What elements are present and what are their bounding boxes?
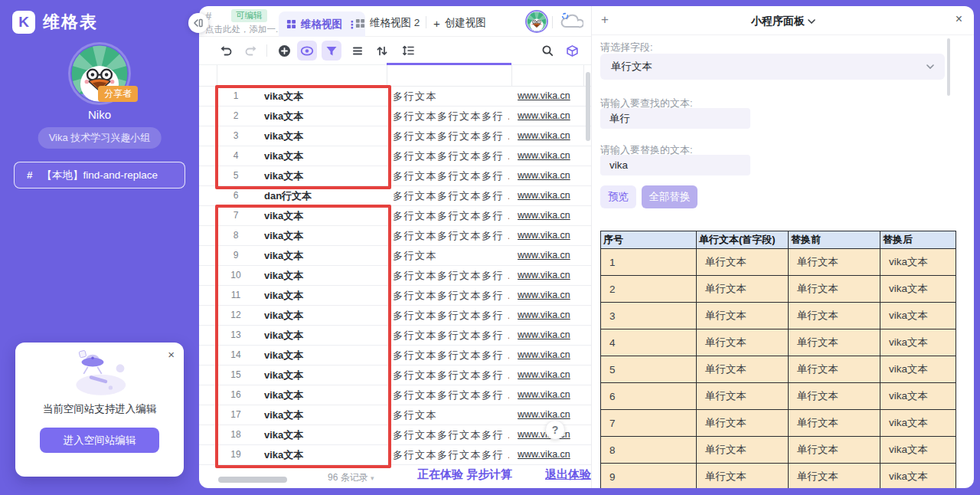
insert-record-button[interactable] — [274, 41, 294, 61]
enter-space-edit-button[interactable]: 进入空间站编辑 — [40, 428, 159, 453]
table-row[interactable]: 19vika文本多行文本多行文本多行 ...www.vika.cn — [199, 445, 591, 465]
tab-grid-view-2[interactable]: 维格视图 2 — [355, 16, 420, 30]
search-button[interactable] — [537, 41, 557, 61]
panel-title[interactable]: 小程序面板 — [592, 15, 974, 28]
cell-single-line-text[interactable]: vika文本 — [264, 286, 383, 305]
table-row[interactable]: 7vika文本多行文本多行文本多行 ...www.vika.cn — [199, 206, 591, 226]
cell-multi-line-text[interactable]: 多行文本 — [393, 405, 509, 425]
group-button[interactable] — [348, 41, 368, 61]
url-link[interactable]: www.vika.cn — [518, 226, 582, 245]
cell-single-line-text[interactable]: dan行文本 — [264, 186, 383, 205]
table-row[interactable]: 3vika文本多行文本多行文本多行 ...www.vika.cn — [199, 126, 591, 146]
exit-trial-link[interactable]: 退出体验 — [545, 467, 591, 482]
table-row[interactable]: 6dan行文本多行文本多行文本多行 ...www.vika.cn — [199, 186, 591, 206]
cell-multi-line-text[interactable]: 多行文本多行文本多行 ... — [393, 266, 509, 285]
hide-fields-button[interactable] — [297, 41, 317, 61]
cell-multi-line-text[interactable]: 多行文本多行文本多行 ... — [393, 146, 509, 166]
cell-multi-line-text[interactable]: 多行文本 — [393, 246, 509, 265]
cell-multi-line-text[interactable]: 多行文本多行文本多行 ... — [393, 425, 509, 444]
record-count[interactable]: 96 条记录 ▾ — [328, 471, 374, 484]
sort-button[interactable] — [372, 41, 392, 61]
url-link[interactable]: www.vika.cn — [518, 146, 582, 166]
cell-single-line-text[interactable]: vika文本 — [264, 346, 383, 365]
cell-multi-line-text[interactable]: 多行文本多行文本多行 ... — [393, 226, 509, 245]
cell-single-line-text[interactable]: vika文本 — [264, 246, 383, 265]
table-row[interactable]: 12vika文本多行文本多行文本多行 ...www.vika.cn — [199, 306, 591, 326]
sidebar-item-find-and-replace[interactable]: # 【本地】find-and-replace — [14, 162, 185, 188]
close-icon[interactable]: × — [168, 349, 175, 360]
url-link[interactable]: www.vika.cn — [518, 306, 582, 325]
table-row[interactable]: 1vika文本多行文本www.vika.cn — [199, 87, 591, 107]
cell-single-line-text[interactable]: vika文本 — [264, 326, 383, 345]
cell-single-line-text[interactable]: vika文本 — [264, 166, 383, 185]
cell-multi-line-text[interactable]: 多行文本多行文本多行 ... — [393, 286, 509, 305]
cell-single-line-text[interactable]: vika文本 — [264, 366, 383, 385]
cell-single-line-text[interactable]: vika文本 — [264, 306, 383, 325]
cell-multi-line-text[interactable]: 多行文本多行文本多行 ... — [393, 206, 509, 225]
url-link[interactable]: www.vika.cn — [518, 126, 582, 146]
table-row[interactable]: 9vika文本多行文本www.vika.cn — [199, 246, 591, 266]
cell-single-line-text[interactable]: vika文本 — [264, 107, 383, 126]
add-description-hint[interactable]: 点击此处，添加一... — [205, 24, 283, 35]
horizontal-scrollbar[interactable] — [218, 477, 287, 483]
collapse-sidebar-button[interactable] — [188, 13, 208, 33]
table-row[interactable]: 15vika文本多行文本多行文本多行 ...www.vika.cn — [199, 366, 591, 385]
cell-single-line-text[interactable]: vika文本 — [264, 385, 383, 405]
url-link[interactable]: www.vika.cn — [518, 186, 582, 205]
brand-logo[interactable]: K 维格表 — [12, 11, 98, 34]
url-link[interactable]: www.vika.cn — [518, 87, 582, 106]
close-panel-icon[interactable]: × — [956, 13, 962, 25]
row-height-button[interactable] — [398, 41, 418, 61]
cell-single-line-text[interactable]: vika文本 — [264, 206, 383, 225]
table-row[interactable]: 2vika文本多行文本多行文本多行 ...www.vika.cn — [199, 107, 591, 126]
vertical-scrollbar[interactable] — [586, 72, 590, 141]
cell-multi-line-text[interactable]: 多行文本多行文本多行 ... — [393, 445, 509, 464]
url-link[interactable]: www.vika.cn — [518, 326, 582, 345]
table-row[interactable]: 16vika文本多行文本多行文本多行 ...www.vika.cn — [199, 385, 591, 405]
url-link[interactable]: www.vika.cn — [518, 166, 582, 185]
cell-single-line-text[interactable]: vika文本 — [264, 445, 383, 464]
cell-multi-line-text[interactable]: 多行文本多行文本多行 ... — [393, 366, 509, 385]
table-row[interactable]: 8vika文本多行文本多行文本多行 ...www.vika.cn — [199, 226, 591, 246]
cell-single-line-text[interactable]: vika文本 — [264, 87, 383, 106]
api-button[interactable] — [562, 41, 582, 61]
cell-single-line-text[interactable]: vika文本 — [264, 266, 383, 285]
table-row[interactable]: 11vika文本多行文本多行文本多行 ...www.vika.cn — [199, 286, 591, 306]
tab-grid-view-1[interactable]: 维格视图 ⋮ — [279, 11, 365, 37]
cell-single-line-text[interactable]: vika文本 — [264, 226, 383, 245]
sync-cloud-icon[interactable] — [559, 12, 583, 31]
cell-single-line-text[interactable]: vika文本 — [264, 146, 383, 166]
table-row[interactable]: 4vika文本多行文本多行文本多行 ...www.vika.cn — [199, 146, 591, 166]
cell-multi-line-text[interactable]: 多行文本多行文本多行 ... — [393, 126, 509, 146]
url-link[interactable]: www.vika.cn — [518, 206, 582, 225]
cell-multi-line-text[interactable]: 多行文本多行文本多行 ... — [393, 306, 509, 325]
url-link[interactable]: www.vika.cn — [518, 246, 582, 265]
table-row[interactable]: 10vika文本多行文本多行文本多行 ...www.vika.cn — [199, 266, 591, 286]
collaborator-avatar[interactable] — [527, 11, 547, 31]
table-row[interactable]: 5vika文本多行文本多行文本多行 ...www.vika.cn — [199, 166, 591, 186]
table-row[interactable]: 13vika文本多行文本多行文本多行 ...www.vika.cn — [199, 326, 591, 346]
table-row[interactable]: 17vika文本多行文本www.vika.cn — [199, 405, 591, 425]
url-link[interactable]: www.vika.cn — [518, 445, 582, 464]
cell-single-line-text[interactable]: vika文本 — [264, 405, 383, 425]
url-link[interactable]: www.vika.cn — [518, 385, 582, 405]
cell-multi-line-text[interactable]: 多行文本多行文本多行 ... — [393, 385, 509, 405]
table-row[interactable]: 14vika文本多行文本多行文本多行 ...www.vika.cn — [199, 346, 591, 366]
redo-button[interactable] — [240, 41, 260, 61]
cell-multi-line-text[interactable]: 多行文本多行文本多行 ... — [393, 107, 509, 126]
cell-multi-line-text[interactable]: 多行文本 — [393, 87, 509, 106]
find-input[interactable] — [600, 108, 750, 129]
cell-multi-line-text[interactable]: 多行文本多行文本多行 ... — [393, 326, 509, 345]
create-view-button[interactable]: + 创建视图 — [433, 16, 486, 30]
cell-multi-line-text[interactable]: 多行文本多行文本多行 ... — [393, 186, 509, 205]
url-link[interactable]: www.vika.cn — [518, 107, 582, 126]
cell-multi-line-text[interactable]: 多行文本多行文本多行 ... — [393, 166, 509, 185]
preview-button[interactable]: 预览 — [600, 185, 636, 208]
replace-input[interactable] — [600, 155, 750, 175]
url-link[interactable]: www.vika.cn — [518, 366, 582, 385]
cell-single-line-text[interactable]: vika文本 — [264, 425, 383, 444]
cell-single-line-text[interactable]: vika文本 — [264, 126, 383, 146]
filter-button[interactable] — [322, 41, 341, 61]
url-link[interactable]: www.vika.cn — [518, 266, 582, 285]
url-link[interactable]: www.vika.cn — [518, 346, 582, 365]
